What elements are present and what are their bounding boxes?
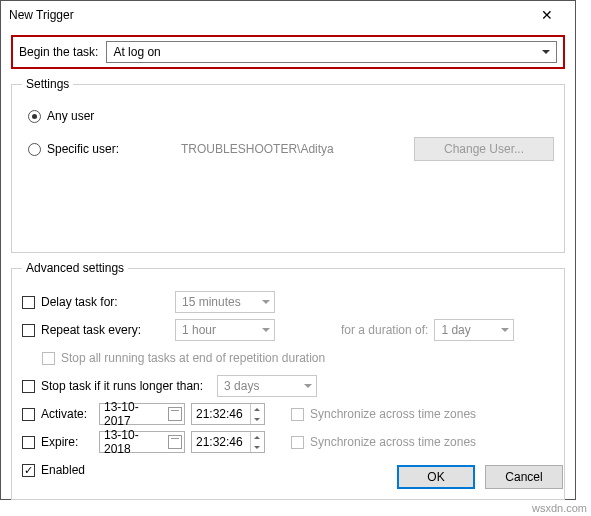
dialog-footer: OK Cancel [397, 465, 563, 489]
titlebar: New Trigger ✕ [1, 1, 575, 29]
stop-if-checkbox[interactable] [22, 380, 35, 393]
repeat-combo[interactable]: 1 hour [175, 319, 275, 341]
calendar-icon [168, 435, 182, 449]
activate-date-input[interactable]: 13-10-2017 [99, 403, 185, 425]
cancel-button[interactable]: Cancel [485, 465, 563, 489]
advanced-legend: Advanced settings [22, 261, 128, 275]
specific-user-label: Specific user: [47, 142, 119, 156]
duration-label: for a duration of: [341, 323, 428, 337]
calendar-icon [168, 407, 182, 421]
chevron-down-icon [304, 384, 312, 388]
new-trigger-dialog: New Trigger ✕ Begin the task: At log on … [0, 0, 576, 500]
stop-if-label: Stop task if it runs longer than: [41, 379, 203, 393]
any-user-label: Any user [47, 109, 94, 123]
begin-task-select[interactable]: At log on [106, 41, 557, 63]
stop-all-checkbox [42, 352, 55, 365]
enabled-label: Enabled [41, 463, 85, 477]
time-spinner[interactable] [250, 404, 262, 424]
chevron-down-icon [262, 328, 270, 332]
begin-task-label: Begin the task: [19, 45, 98, 59]
delay-combo[interactable]: 15 minutes [175, 291, 275, 313]
activate-time-input[interactable]: 21:32:46 [191, 403, 265, 425]
repeat-label: Repeat task every: [41, 323, 169, 337]
chevron-down-icon [542, 50, 550, 54]
sync-tz-checkbox-1 [291, 408, 304, 421]
activate-checkbox[interactable] [22, 408, 35, 421]
sync-tz-label-1: Synchronize across time zones [310, 407, 476, 421]
change-user-button: Change User... [414, 137, 554, 161]
repeat-checkbox[interactable] [22, 324, 35, 337]
enabled-checkbox[interactable] [22, 464, 35, 477]
activate-label: Activate: [41, 407, 93, 421]
close-button[interactable]: ✕ [527, 1, 567, 29]
specific-user-option[interactable]: Specific user: [28, 142, 119, 156]
stop-if-combo[interactable]: 3 days [217, 375, 317, 397]
chevron-down-icon [501, 328, 509, 332]
sync-tz-checkbox-2 [291, 436, 304, 449]
any-user-option[interactable]: Any user [28, 109, 554, 123]
delay-checkbox[interactable] [22, 296, 35, 309]
begin-task-row: Begin the task: At log on [11, 35, 565, 69]
specific-user-value: TROUBLESHOOTER\Aditya [125, 142, 408, 156]
delay-label: Delay task for: [41, 295, 169, 309]
expire-time-input[interactable]: 21:32:46 [191, 431, 265, 453]
settings-legend: Settings [22, 77, 73, 91]
expire-label: Expire: [41, 435, 93, 449]
close-icon: ✕ [541, 7, 553, 23]
stop-all-label: Stop all running tasks at end of repetit… [61, 351, 325, 365]
window-title: New Trigger [9, 8, 527, 22]
radio-icon [28, 143, 41, 156]
time-spinner[interactable] [250, 432, 262, 452]
ok-button[interactable]: OK [397, 465, 475, 489]
chevron-down-icon [262, 300, 270, 304]
duration-combo[interactable]: 1 day [434, 319, 514, 341]
settings-group: Settings Any user Specific user: TROUBLE… [11, 77, 565, 253]
radio-icon [28, 110, 41, 123]
expire-date-input[interactable]: 13-10-2018 [99, 431, 185, 453]
sync-tz-label-2: Synchronize across time zones [310, 435, 476, 449]
expire-checkbox[interactable] [22, 436, 35, 449]
watermark: wsxdn.com [532, 502, 587, 514]
begin-task-value: At log on [113, 45, 160, 59]
